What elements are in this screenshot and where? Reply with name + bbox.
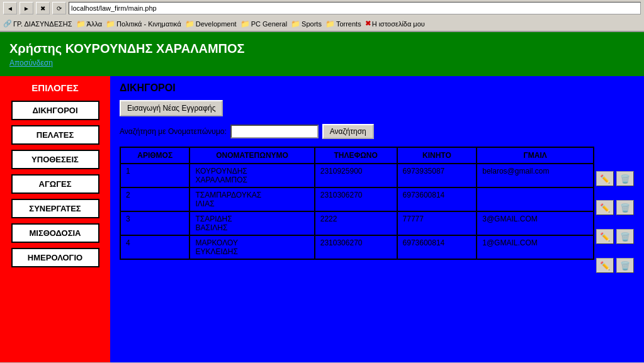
table-header-row: ΑΡΙΘΜΟΣ ΟΝΟΜΑΤΕΠΩΝΥΜΟ ΤΗΛΕΦΩΝΟ ΚΙΝΗΤΟ ΓΜ…: [120, 147, 594, 164]
back-button[interactable]: ◄: [3, 2, 17, 14]
col-header-phone: ΤΗΛΕΦΩΝΟ: [315, 147, 397, 164]
cell-name: ΤΣΑΜΠΑΡΔΟΥΚΑΣ ΙΛΙΑΣ: [189, 187, 314, 211]
partners-button[interactable]: ΣΥΝΕΡΓΑΤΕΣ: [11, 199, 99, 218]
lawyers-button[interactable]: ΔΙΚΗΓΟΡΟΙ: [11, 101, 99, 120]
app-container: Χρήστης ΚΟΥΡΟΥΝΔΗΣ ΧΑΡΑΛΑΜΠΟΣ Αποσύνδεση…: [0, 32, 644, 362]
search-row: Αναζήτηση με Ονοματεπώνυμο: Αναζήτηση: [120, 124, 635, 139]
cell-mobile: 77777: [397, 211, 477, 235]
cell-phone: 2310306270: [315, 235, 397, 259]
bookmark-torrents[interactable]: 📁 Torrents: [325, 20, 361, 28]
calendar-button[interactable]: ΗΜΕΡΟΛΟΓΙΟ: [11, 248, 99, 267]
col-header-name: ΟΝΟΜΑΤΕΠΩΝΥΜΟ: [189, 147, 314, 164]
search-button[interactable]: Αναζήτηση: [322, 124, 374, 139]
bookmark-gr-diakiniseos[interactable]: 🔗 ΓΡ. ΔΙΑΣΥΝΔΕΣΗΣ: [3, 20, 72, 28]
cell-phone: 2310306270: [315, 187, 397, 211]
row-action-group: ✏️🗑️: [596, 194, 635, 221]
table-section: ΑΡΙΘΜΟΣ ΟΝΟΜΑΤΕΠΩΝΥΜΟ ΤΗΛΕΦΩΝΟ ΚΙΝΗΤΟ ΓΜ…: [120, 147, 635, 281]
edit-button[interactable]: ✏️: [596, 200, 614, 215]
cell-phone: 2222: [315, 211, 397, 235]
insert-button[interactable]: Εισαγωγή Νέας Εγγραφής: [120, 100, 223, 116]
lawsuits-button[interactable]: ΑΓΩΓΕΣ: [11, 174, 99, 194]
row-action-group: ✏️🗑️: [596, 165, 635, 193]
cell-phone: 2310925900: [315, 164, 397, 187]
col-header-id: ΑΡΙΘΜΟΣ: [120, 147, 189, 164]
bookmark-alla[interactable]: 📁 Άλλα: [76, 20, 103, 28]
bookmark-my-site[interactable]: ✖ Η ιστοσελίδα μου: [365, 20, 425, 28]
sidebar: ΕΠΙΛΟΓΕΣ ΔΙΚΗΓΟΡΟΙ ΠΕΛΑΤΕΣ ΥΠΟΘΕΣΕΙΣ ΑΓΩ…: [0, 76, 110, 362]
edit-button[interactable]: ✏️: [596, 229, 614, 244]
page-title: ΔΙΚΗΓΟΡΟΙ: [120, 82, 635, 94]
app-header: Χρήστης ΚΟΥΡΟΥΝΔΗΣ ΧΑΡΑΛΑΜΠΟΣ Αποσύνδεση: [0, 32, 644, 76]
col-header-mobile: ΚΙΝΗΤΟ: [397, 147, 477, 164]
payroll-button[interactable]: ΜΙΣΘΟΔΟΣΙΑ: [11, 223, 99, 243]
bookmark-pc-general[interactable]: 📁 PC General: [240, 20, 287, 28]
browser-chrome: ◄ ► ✖ ⟳ 🔗 ΓΡ. ΔΙΑΣΥΝΔΕΣΗΣ 📁 Άλλα 📁 Πολιτ…: [0, 0, 644, 32]
forward-button[interactable]: ►: [20, 2, 33, 14]
table-row: 1ΚΟΥΡΟΥΝΔΗΣ ΧΑΡΑΛΑΜΠΟΣ231092590069739350…: [120, 164, 594, 187]
logout-link[interactable]: Αποσύνδεση: [9, 59, 635, 67]
delete-button[interactable]: 🗑️: [616, 229, 634, 244]
search-label: Αναζήτηση με Ονοματεπώνυμο:: [120, 127, 227, 136]
action-header-spacer: [596, 147, 635, 165]
cell-email: belaros@gmail.com: [477, 164, 594, 187]
refresh-button[interactable]: ⟳: [52, 2, 66, 14]
sidebar-title: ΕΠΙΛΟΓΕΣ: [31, 82, 78, 93]
cell-email: 3@GMAIL.COM: [477, 211, 594, 235]
edit-button[interactable]: ✏️: [596, 258, 614, 273]
main-content: ΔΙΚΗΓΟΡΟΙ Εισαγωγή Νέας Εγγραφής Αναζήτη…: [110, 76, 644, 362]
delete-button[interactable]: 🗑️: [616, 200, 634, 215]
cell-mobile: 6973600814: [397, 187, 477, 211]
data-table: ΑΡΙΘΜΟΣ ΟΝΟΜΑΤΕΠΩΝΥΜΟ ΤΗΛΕΦΩΝΟ ΚΙΝΗΤΟ ΓΜ…: [120, 147, 594, 260]
cell-email: 1@GMAIL.COM: [477, 235, 594, 259]
bookmark-politika[interactable]: 📁 Πολιτικά - Κινηματικά: [106, 20, 181, 28]
cell-id: 4: [120, 235, 189, 259]
cell-name: ΤΣΑΡΙΔΗΣ ΒΑΣΙΛΗΣ: [189, 211, 314, 235]
cell-id: 2: [120, 187, 189, 211]
action-buttons-container: ✏️🗑️✏️🗑️✏️🗑️✏️🗑️: [596, 147, 635, 281]
delete-button[interactable]: 🗑️: [616, 171, 634, 186]
col-header-email: ΓΜΑΙΛ: [477, 147, 594, 164]
cell-name: ΜΑΡΚΟΛΟΥ ΕΥΚΛΕΙΔΗΣ: [189, 235, 314, 259]
table-row: 2ΤΣΑΜΠΑΡΔΟΥΚΑΣ ΙΛΙΑΣ23103062706973600814: [120, 187, 594, 211]
row-action-group: ✏️🗑️: [596, 223, 635, 250]
bookmarks-bar: 🔗 ΓΡ. ΔΙΑΣΥΝΔΕΣΗΣ 📁 Άλλα 📁 Πολιτικά - Κι…: [0, 16, 644, 31]
table-row: 4ΜΑΡΚΟΛΟΥ ΕΥΚΛΕΙΔΗΣ231030627069736008141…: [120, 235, 594, 259]
edit-button[interactable]: ✏️: [596, 171, 614, 186]
cell-id: 3: [120, 211, 189, 235]
bookmark-sports[interactable]: 📁 Sports: [291, 20, 322, 28]
user-name: Χρήστης ΚΟΥΡΟΥΝΔΗΣ ΧΑΡΑΛΑΜΠΟΣ: [9, 42, 635, 56]
stop-button[interactable]: ✖: [36, 2, 50, 14]
cell-id: 1: [120, 164, 189, 187]
cell-name: ΚΟΥΡΟΥΝΔΗΣ ΧΑΡΑΛΑΜΠΟΣ: [189, 164, 314, 187]
cases-button[interactable]: ΥΠΟΘΕΣΕΙΣ: [11, 150, 99, 169]
cell-mobile: 6973935087: [397, 164, 477, 187]
clients-button[interactable]: ΠΕΛΑΤΕΣ: [11, 125, 99, 145]
search-input[interactable]: [230, 125, 319, 138]
bookmark-development[interactable]: 📁 Development: [185, 20, 237, 28]
row-action-group: ✏️🗑️: [596, 252, 635, 279]
cell-mobile: 6973600814: [397, 235, 477, 259]
app-body: ΕΠΙΛΟΓΕΣ ΔΙΚΗΓΟΡΟΙ ΠΕΛΑΤΕΣ ΥΠΟΘΕΣΕΙΣ ΑΓΩ…: [0, 76, 644, 362]
address-input[interactable]: [69, 2, 641, 14]
table-row: 3ΤΣΑΡΙΔΗΣ ΒΑΣΙΛΗΣ2222777773@GMAIL.COM: [120, 211, 594, 235]
delete-button[interactable]: 🗑️: [616, 258, 634, 273]
cell-email: [477, 187, 594, 211]
address-bar: ◄ ► ✖ ⟳: [0, 0, 644, 16]
